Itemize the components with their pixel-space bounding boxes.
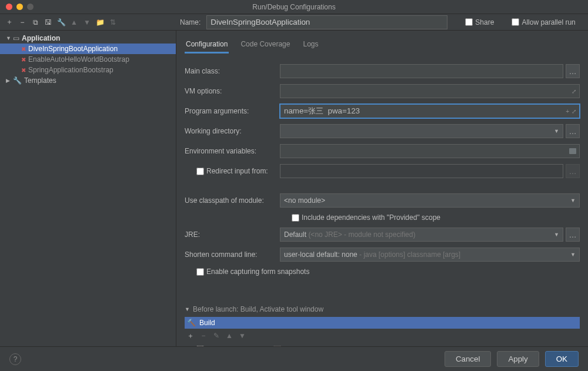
footer: ? Cancel Apply OK [0, 346, 588, 371]
ok-button[interactable]: OK [545, 351, 579, 367]
env-vars-input[interactable] [280, 144, 580, 158]
down-icon[interactable]: ▼ [82, 18, 92, 27]
up-icon[interactable]: ▲ [225, 331, 234, 340]
help-button[interactable]: ? [9, 353, 21, 365]
expand-icon[interactable]: ⤢ [572, 88, 576, 95]
folder-icon[interactable] [569, 148, 576, 154]
down-icon[interactable]: ▼ [238, 331, 247, 340]
run-config-icon: ✖ [21, 67, 26, 73]
tree-item-divein[interactable]: ✖ DiveInSpringBootApplication [0, 44, 176, 54]
tree-item-enableauto[interactable]: ✖ EnableAutoHelloWorldBootstrap [0, 54, 176, 65]
expand-icon[interactable]: ⤢ [572, 108, 576, 115]
run-config-icon: ✖ [21, 56, 26, 63]
program-args-label: Program arguments: [185, 107, 280, 115]
config-form: Main class: … VM options: ⤢ Program argu… [185, 64, 580, 346]
apply-button[interactable]: Apply [497, 351, 539, 367]
chevron-down-icon: ▼ [570, 252, 576, 258]
hammer-icon: 🔨 [187, 319, 196, 327]
program-args-input[interactable] [280, 104, 580, 118]
add-icon[interactable]: ＋ [5, 18, 14, 27]
tab-configuration[interactable]: Configuration [185, 36, 229, 54]
close-window-icon[interactable] [6, 4, 12, 10]
before-launch-header[interactable]: ▼ Before launch: Build, Activate tool wi… [185, 305, 580, 313]
browse-button[interactable]: … [566, 228, 580, 242]
cancel-button[interactable]: Cancel [445, 351, 492, 367]
browse-button[interactable]: … [566, 124, 580, 138]
plus-icon[interactable]: + [566, 108, 569, 115]
window-title: Run/Debug Configurations [252, 3, 335, 11]
before-launch-item-build[interactable]: 🔨 Build [185, 317, 580, 329]
run-config-icon: ✖ [21, 46, 26, 52]
jre-label: JRE: [185, 230, 280, 239]
chevron-down-icon: ▼ [570, 198, 576, 203]
chevron-down-icon: ▼ [185, 306, 189, 312]
tree-item-springapp[interactable]: ✖ SpringApplicationBootstrap [0, 65, 176, 75]
config-tree[interactable]: ▼ ▭ Application ✖ DiveInSpringBootApplic… [0, 31, 176, 346]
classpath-label: Use classpath of module: [185, 196, 280, 205]
wrench-icon: 🔧 [13, 76, 22, 85]
browse-button[interactable]: … [566, 64, 580, 78]
up-icon[interactable]: ▲ [69, 18, 79, 27]
working-dir-select[interactable]: ▼ [280, 124, 563, 138]
tree-templates[interactable]: ▶ 🔧 Templates [0, 75, 176, 86]
tabs: Configuration Code Coverage Logs [185, 36, 580, 54]
env-vars-label: Environment variables: [185, 147, 280, 155]
chevron-down-icon: ▼ [554, 232, 559, 238]
application-node-icon: ▭ [13, 34, 19, 42]
browse-button: … [566, 164, 580, 178]
snapshots-checkbox[interactable]: Enable capturing form snapshots [196, 268, 309, 276]
name-row: Name: Share Allow parallel run [180, 15, 583, 29]
before-launch-toolbar: ＋ − ✎ ▲ ▼ [185, 329, 580, 343]
name-input[interactable] [206, 15, 447, 29]
chevron-right-icon: ▶ [6, 78, 11, 83]
tab-logs[interactable]: Logs [302, 36, 319, 54]
folder-icon[interactable]: 📁 [95, 18, 105, 27]
jre-select[interactable]: Default (<no JRE> - module not specified… [280, 228, 563, 242]
sort-icon[interactable]: ⇅ [108, 18, 118, 27]
maximize-window-icon [27, 4, 34, 10]
wrench-icon[interactable]: 🔧 [56, 18, 66, 27]
name-label: Name: [180, 18, 201, 26]
share-checkbox[interactable]: Share [465, 18, 494, 26]
shorten-select[interactable]: user-local default: none - java [options… [280, 248, 580, 262]
copy-icon[interactable]: ⧉ [31, 18, 40, 27]
main-class-label: Main class: [185, 67, 280, 75]
edit-icon[interactable]: ✎ [212, 331, 221, 340]
tab-coverage[interactable]: Code Coverage [239, 36, 291, 54]
classpath-select[interactable]: <no module>▼ [280, 193, 580, 208]
redirect-input [280, 164, 563, 178]
parallel-checkbox[interactable]: Allow parallel run [512, 18, 575, 26]
window-controls [0, 4, 34, 10]
chevron-down-icon: ▼ [6, 35, 11, 41]
main-class-input[interactable] [280, 64, 563, 78]
title-bar: Run/Debug Configurations [0, 0, 588, 14]
content-panel: Configuration Code Coverage Logs Main cl… [176, 31, 588, 346]
minimize-window-icon[interactable] [16, 4, 23, 10]
add-icon[interactable]: ＋ [186, 331, 195, 340]
remove-icon[interactable]: − [199, 331, 208, 340]
shorten-label: Shorten command line: [185, 250, 280, 259]
config-toolbar: ＋ − ⧉ 🖫 🔧 ▲ ▼ 📁 ⇅ [5, 18, 175, 27]
before-launch-list: 🔨 Build [185, 317, 580, 329]
include-deps-checkbox[interactable]: Include dependencies with "Provided" sco… [292, 213, 440, 222]
tree-application[interactable]: ▼ ▭ Application [0, 33, 176, 44]
remove-icon[interactable]: − [18, 18, 27, 27]
vm-options-input[interactable] [280, 84, 580, 98]
working-dir-label: Working directory: [185, 127, 280, 135]
chevron-down-icon: ▼ [554, 128, 559, 134]
redirect-checkbox[interactable]: Redirect input from: [196, 167, 280, 175]
toolbar: ＋ − ⧉ 🖫 🔧 ▲ ▼ 📁 ⇅ Name: Share Allow para… [0, 14, 588, 31]
vm-options-label: VM options: [185, 87, 280, 95]
save-icon[interactable]: 🖫 [44, 18, 53, 27]
